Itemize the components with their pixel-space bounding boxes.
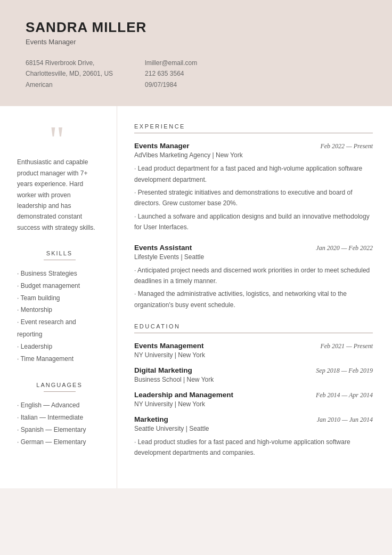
job-company-1: AdVibes Marketing Agency | New York [134,151,373,159]
job-title-2: Events Assistant [134,244,192,252]
list-item: Leadership [17,341,102,353]
experience-divider [134,133,373,133]
main-content: EXPERIENCE Events Manager Feb 2022 — Pre… [117,106,392,488]
job-company-2: Lifestyle Events | Seattle [134,253,373,261]
dob: 09/07/1984 [145,79,197,90]
bullet: Lead product department for a fast paced… [134,163,373,185]
header-contact-info: 68154 Riverbrook Drive, Charlottesville,… [26,58,366,90]
bullet: Lead product studies for a fast paced an… [134,437,373,459]
edu-school-2: Business School | New York [134,376,373,383]
list-item: English — Advanced [17,399,102,412]
job-title-1: Events Manager [134,142,190,150]
edu-degree-3: Leadership and Management [134,391,233,399]
address-line1: 68154 Riverbrook Drive, [26,58,113,68]
job-entry-1: Events Manager Feb 2022 — Present AdVibe… [134,142,373,232]
job-bullets-1: Lead product department for a fast paced… [134,163,373,232]
decorative-quote: " [49,128,102,151]
skills-divider [44,260,76,260]
phone: 212 635 3564 [145,68,197,79]
email: lmiller@email.com [145,58,197,68]
edu-header-1: Events Management Feb 2021 — Present [134,342,373,350]
list-item: Event research and reporting [17,316,102,341]
header-section: SANDRA MILLER Events Manager 68154 River… [0,0,392,106]
list-item: Mentorship [17,304,102,316]
main-body: " Enthusiastic and capable product manag… [0,106,392,488]
edu-school-1: NY University | New York [134,351,373,359]
header-contact: lmiller@email.com 212 635 3564 09/07/198… [145,58,197,90]
bullet: Presented strategic initiatives and demo… [134,187,373,209]
edu-entry-4: Marketing Jan 2010 — Jun 2014 Seattle Un… [134,415,373,459]
address-line2: Charlottesville, MD, 20601, US [26,68,113,79]
languages-title: LANGUAGES [17,382,102,388]
education-title: EDUCATION [134,323,373,329]
edu-school-4: Seattle University | Seattle [134,425,373,432]
languages-divider [44,391,76,392]
edu-degree-1: Events Management [134,342,204,350]
edu-date-4: Jan 2010 — Jun 2014 [317,416,373,424]
edu-entry-2: Digital Marketing Sep 2018 — Feb 2019 Bu… [134,366,373,383]
list-item: Business Strategies [17,268,102,280]
job-header-1: Events Manager Feb 2022 — Present [134,142,373,150]
bullet: Launched a sofware and application desig… [134,211,373,233]
job-date-1: Feb 2022 — Present [320,142,373,150]
job-entry-2: Events Assistant Jan 2020 — Feb 2022 Lif… [134,244,373,311]
job-bullets-2: Anticipated project needs and discerned … [134,265,373,311]
list-item: Time Management [17,353,102,365]
job-header-2: Events Assistant Jan 2020 — Feb 2022 [134,244,373,252]
bio-text: Enthusiastic and capable product manager… [17,157,102,233]
edu-date-3: Feb 2014 — Apr 2014 [316,391,373,399]
languages-section: LANGUAGES English — Advanced Italian — I… [17,382,102,448]
edu-degree-4: Marketing [134,415,168,423]
experience-title: EXPERIENCE [134,123,373,130]
header-address: 68154 Riverbrook Drive, Charlottesville,… [26,58,113,90]
edu-entry-1: Events Management Feb 2021 — Present NY … [134,342,373,359]
sidebar: " Enthusiastic and capable product manag… [0,106,117,488]
list-item: Italian — Intermediate [17,412,102,424]
languages-list: English — Advanced Italian — Intermediat… [17,399,102,448]
list-item: Spanish — Elementary [17,424,102,436]
candidate-name: SANDRA MILLER [26,19,366,36]
edu-header-2: Digital Marketing Sep 2018 — Feb 2019 [134,366,373,375]
edu-date-2: Sep 2018 — Feb 2019 [316,367,373,375]
nationality: American [26,79,113,90]
list-item: Budget management [17,280,102,292]
bullet: Managed the administrative activities, l… [134,288,373,310]
edu-header-4: Marketing Jan 2010 — Jun 2014 [134,415,373,424]
list-item: Team building [17,292,102,304]
experience-section: EXPERIENCE Events Manager Feb 2022 — Pre… [134,123,373,310]
education-divider [134,333,373,333]
skills-list: Business Strategies Budget management Te… [17,268,102,365]
skills-section: SKILLS Business Strategies Budget manage… [17,250,102,365]
list-item: German — Elementary [17,436,102,448]
edu-entry-3: Leadership and Management Feb 2014 — Apr… [134,391,373,408]
candidate-title: Events Manager [26,38,366,46]
bullet: Anticipated project needs and discerned … [134,265,373,287]
skills-title: SKILLS [17,250,102,256]
edu-degree-2: Digital Marketing [134,366,192,374]
edu-header-3: Leadership and Management Feb 2014 — Apr… [134,391,373,399]
education-section: EDUCATION Events Management Feb 2021 — P… [134,323,373,459]
edu-school-3: NY University | New York [134,400,373,408]
edu-date-1: Feb 2021 — Present [320,342,373,350]
job-date-2: Jan 2020 — Feb 2022 [316,244,373,252]
edu-bullets-4: Lead product studies for a fast paced an… [134,437,373,459]
